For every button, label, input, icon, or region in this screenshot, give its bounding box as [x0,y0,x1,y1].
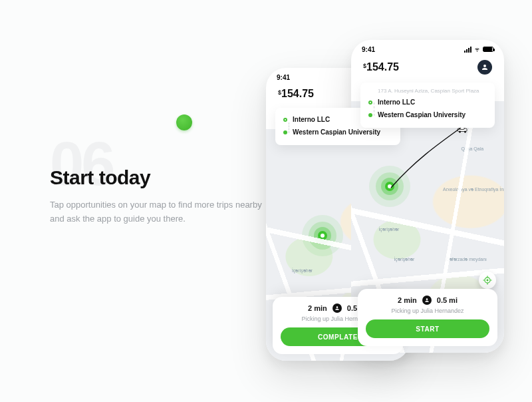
phone-mockups: 9:41 $154.75 173 A. Huseyni Aziza, Caspi… [266,40,532,399]
route-subtitle: 173 A. Huseyni Aziza, Caspian Sport Plaz… [378,88,487,94]
trip-eta: 2 min [308,304,327,312]
svg-rect-0 [458,128,467,132]
current-location-marker[interactable] [385,182,394,191]
route-card[interactable]: 173 A. Huseyni Aziza, Caspian Sport Plaz… [360,83,495,128]
avatar[interactable] [477,60,492,75]
person-icon [422,296,432,305]
trip-eta-row: 2 min 0.5 mi [366,296,489,305]
battery-icon [483,47,493,52]
locate-button[interactable] [479,272,496,289]
feature-copy: 06 Start today Tap opportunities on your… [50,133,289,226]
signal-icon [464,47,471,53]
trip-card: 2 min 0.5 mi Picking up Julia Hernandez … [358,289,497,346]
map-label: Cəfərzadə meydanı [446,257,487,262]
svg-point-5 [487,280,489,282]
map-label: İçərişəhər [394,257,414,262]
person-icon [332,303,342,313]
svg-point-3 [464,131,466,133]
pin-origin-icon [283,118,287,122]
svg-point-2 [459,131,461,133]
earnings-row: $154.75 [351,59,504,80]
earnings-amount[interactable]: $154.75 [363,61,399,73]
trip-eta: 2 min [398,296,417,304]
section-heading: Start today [50,166,289,189]
start-button[interactable]: START [366,319,489,338]
route-from: Interno LLC [368,96,487,108]
status-icons [464,45,493,54]
trip-distance: 0.5 mi [437,296,458,304]
earnings-amount[interactable]: $154.75 [278,88,314,100]
trip-pickup: Picking up Julia Hernandez [366,307,489,314]
pin-origin-icon [368,100,372,104]
route-to: Western Caspian University [368,108,487,121]
currency-symbol: $ [363,63,366,69]
map-label: Qoşa Qala [462,146,483,151]
status-time: 9:41 [277,74,290,81]
status-bar: 9:41 [351,40,504,59]
pin-dest-icon [283,130,287,134]
current-location-marker[interactable] [318,231,327,240]
wifi-icon [473,45,481,54]
section-description: Tap opportunities on your map to find mo… [50,198,276,226]
currency-symbol: $ [278,89,281,96]
pin-dest-icon [368,113,372,117]
phone-front: 9:41 $154.75 173 A. Huseyni Aziza, Caspi… [351,40,504,353]
accent-dot [176,114,192,130]
status-time: 9:41 [362,46,375,53]
map-label: Arxeologiya və Etnoqrafiya İnst [443,187,504,192]
map-label: İçərişəhər [378,227,399,232]
map-label: İçərişəhər [292,268,313,274]
